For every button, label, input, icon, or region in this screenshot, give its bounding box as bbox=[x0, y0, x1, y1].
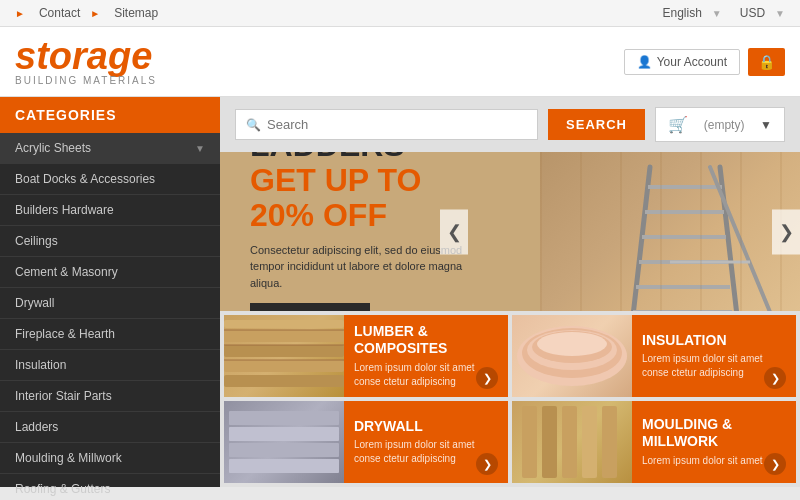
top-bar-links: ► Contact ► Sitemap bbox=[15, 6, 158, 20]
search-input-wrap: 🔍 bbox=[235, 109, 538, 140]
top-bar: ► Contact ► Sitemap English ▼ USD ▼ bbox=[0, 0, 800, 27]
svg-rect-27 bbox=[522, 406, 537, 478]
sidebar-item-label: Ceilings bbox=[15, 234, 58, 248]
search-input[interactable] bbox=[267, 110, 527, 139]
contact-arrow-icon: ► bbox=[15, 8, 25, 19]
currency-selector[interactable]: USD bbox=[740, 6, 765, 20]
shop-now-button[interactable]: SHOP NOW ! bbox=[250, 303, 370, 311]
header-right: 👤 Your Account 🔒 bbox=[624, 48, 785, 76]
search-icon: 🔍 bbox=[246, 118, 261, 132]
logo-subtitle: BUILDING MATERIALS bbox=[15, 75, 157, 86]
product-image-millwork bbox=[512, 401, 632, 483]
sidebar-item-label: Builders Hardware bbox=[15, 203, 114, 217]
sidebar-item-acrylic-sheets[interactable]: Acrylic Sheets ▼ bbox=[0, 133, 220, 164]
sidebar-item-label: Acrylic Sheets bbox=[15, 141, 91, 155]
header: storage BUILDING MATERIALS 👤 Your Accoun… bbox=[0, 27, 800, 97]
sidebar-item-drywall[interactable]: Drywall bbox=[0, 288, 220, 319]
svg-rect-24 bbox=[229, 427, 339, 441]
product-name-lumber: LUMBER &COMPOSITES bbox=[354, 323, 498, 357]
product-card-insulation[interactable]: INSULATION Lorem ipsum dolor sit amet co… bbox=[512, 315, 796, 397]
sidebar-item-cement[interactable]: Cement & Masonry bbox=[0, 257, 220, 288]
account-icon: 👤 bbox=[637, 55, 652, 69]
slider-next-button[interactable]: ❯ bbox=[772, 209, 800, 254]
sitemap-arrow-icon: ► bbox=[90, 8, 100, 19]
product-arrow-lumber[interactable]: ❯ bbox=[476, 367, 498, 389]
main-layout: CATEGORIES Acrylic Sheets ▼ Boat Docks &… bbox=[0, 97, 800, 487]
svg-rect-10 bbox=[224, 330, 344, 342]
sidebar-item-ladders[interactable]: Ladders bbox=[0, 412, 220, 443]
sidebar-item-label: Fireplace & Hearth bbox=[15, 327, 115, 341]
product-image-insulation bbox=[512, 315, 632, 397]
sidebar-item-roofing[interactable]: Roofing & Gutters bbox=[0, 474, 220, 500]
svg-point-22 bbox=[537, 332, 607, 356]
svg-rect-13 bbox=[224, 375, 344, 387]
product-name-insulation: INSULATION bbox=[642, 332, 786, 349]
svg-rect-12 bbox=[224, 360, 344, 372]
logo-text: storage bbox=[15, 37, 157, 75]
product-grid: LUMBER &COMPOSITES Lorem ipsum dolor sit… bbox=[220, 311, 800, 487]
sidebar-item-moulding[interactable]: Moulding & Millwork bbox=[0, 443, 220, 474]
lock-icon: 🔒 bbox=[758, 54, 775, 70]
svg-rect-26 bbox=[229, 459, 339, 473]
product-arrow-insulation[interactable]: ❯ bbox=[764, 367, 786, 389]
product-info-lumber: LUMBER &COMPOSITES Lorem ipsum dolor sit… bbox=[344, 315, 508, 397]
product-name-millwork: MOULDING &MILLWORK bbox=[642, 416, 786, 450]
product-info-millwork: MOULDING &MILLWORK Lorem ipsum dolor sit… bbox=[632, 401, 796, 483]
svg-rect-23 bbox=[229, 411, 339, 425]
sidebar-item-interior-stair[interactable]: Interior Stair Parts bbox=[0, 381, 220, 412]
search-button[interactable]: SEARCH bbox=[548, 109, 645, 140]
sidebar-item-fireplace[interactable]: Fireplace & Hearth bbox=[0, 319, 220, 350]
millwork-svg bbox=[512, 401, 632, 483]
top-bar-right: English ▼ USD ▼ bbox=[662, 6, 785, 20]
cart-icon: 🛒 bbox=[668, 115, 688, 134]
language-selector[interactable]: English bbox=[662, 6, 701, 20]
slide-offer-line1: GET UP TO bbox=[250, 163, 510, 198]
sidebar-item-boat-docks[interactable]: Boat Docks & Accessories bbox=[0, 164, 220, 195]
cart-status: (empty) bbox=[694, 118, 754, 132]
sidebar-item-label: Roofing & Gutters bbox=[15, 482, 110, 496]
sidebar-item-label: Interior Stair Parts bbox=[15, 389, 112, 403]
sidebar: CATEGORIES Acrylic Sheets ▼ Boat Docks &… bbox=[0, 97, 220, 487]
drywall-svg bbox=[224, 401, 344, 483]
account-label: Your Account bbox=[657, 55, 727, 69]
slider-content: LADDERS GET UP TO 20% OFF Consectetur ad… bbox=[220, 152, 540, 311]
cart-button[interactable]: 🛒 (empty) ▼ bbox=[655, 107, 785, 142]
sidebar-item-label: Cement & Masonry bbox=[15, 265, 118, 279]
svg-rect-11 bbox=[224, 345, 344, 357]
product-card-lumber[interactable]: LUMBER &COMPOSITES Lorem ipsum dolor sit… bbox=[224, 315, 508, 397]
sidebar-item-builders-hardware[interactable]: Builders Hardware bbox=[0, 195, 220, 226]
product-info-insulation: INSULATION Lorem ipsum dolor sit amet co… bbox=[632, 315, 796, 397]
sidebar-item-label: Ladders bbox=[15, 420, 58, 434]
sidebar-item-label: Boat Docks & Accessories bbox=[15, 172, 155, 186]
cart-dropdown-icon: ▼ bbox=[760, 118, 772, 132]
product-image-drywall bbox=[224, 401, 344, 483]
search-bar: 🔍 SEARCH 🛒 (empty) ▼ bbox=[220, 97, 800, 152]
sidebar-item-label: Insulation bbox=[15, 358, 66, 372]
svg-rect-28 bbox=[542, 406, 557, 478]
sidebar-item-insulation[interactable]: Insulation bbox=[0, 350, 220, 381]
slider-image bbox=[540, 152, 800, 311]
hero-slider: LADDERS GET UP TO 20% OFF Consectetur ad… bbox=[220, 152, 800, 311]
account-button[interactable]: 👤 Your Account bbox=[624, 49, 740, 75]
product-card-drywall[interactable]: DRYWALL Lorem ipsum dolor sit amet conse… bbox=[224, 401, 508, 483]
sidebar-item-ceilings[interactable]: Ceilings bbox=[0, 226, 220, 257]
logo[interactable]: storage BUILDING MATERIALS bbox=[15, 37, 157, 86]
language-arrow-icon: ▼ bbox=[712, 8, 722, 19]
svg-rect-30 bbox=[582, 406, 597, 478]
content-area: 🔍 SEARCH 🛒 (empty) ▼ LADDERS GET UP TO 2… bbox=[220, 97, 800, 487]
product-card-millwork[interactable]: MOULDING &MILLWORK Lorem ipsum dolor sit… bbox=[512, 401, 796, 483]
sitemap-link[interactable]: Sitemap bbox=[114, 6, 158, 20]
currency-arrow-icon: ▼ bbox=[775, 8, 785, 19]
slide-offer-line2: 20% OFF bbox=[250, 198, 510, 233]
sidebar-item-label: Drywall bbox=[15, 296, 54, 310]
slider-prev-button[interactable]: ❮ bbox=[440, 209, 468, 254]
product-image-lumber bbox=[224, 315, 344, 397]
contact-link[interactable]: Contact bbox=[39, 6, 80, 20]
sidebar-arrow-icon: ▼ bbox=[195, 143, 205, 154]
svg-rect-14 bbox=[224, 320, 344, 328]
product-arrow-millwork[interactable]: ❯ bbox=[764, 453, 786, 475]
product-arrow-drywall[interactable]: ❯ bbox=[476, 453, 498, 475]
svg-rect-25 bbox=[229, 443, 339, 457]
lock-button[interactable]: 🔒 bbox=[748, 48, 785, 76]
slide-description: Consectetur adipiscing elit, sed do eius… bbox=[250, 242, 470, 292]
